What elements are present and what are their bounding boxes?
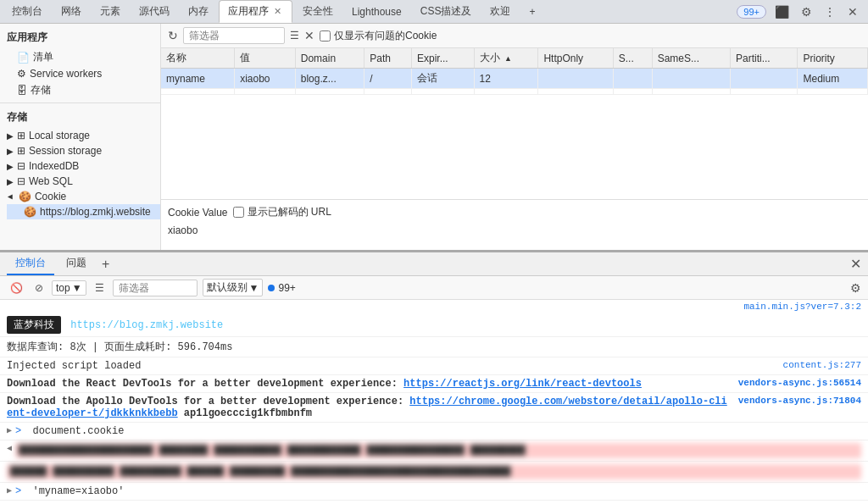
devtools-body: 应用程序 📄 清单 ⚙ Service workers 🗄 存储 存储 ▶ ⊞ …: [0, 24, 868, 504]
react-source[interactable]: vendors-async.js:56514: [738, 378, 861, 388]
tab-memory[interactable]: 内存: [180, 1, 217, 22]
main-source-link[interactable]: main.min.js?ver=7.3:2: [743, 302, 861, 312]
only-problems-checkbox[interactable]: 仅显示有问题的Cookie: [320, 29, 437, 43]
cookie-table-container: 名称 值 Domain Path Expir... 大小 ▲ HttpOnly …: [161, 48, 868, 199]
col-domain[interactable]: Domain: [295, 48, 364, 69]
tab-css[interactable]: CSS描述及: [412, 1, 481, 22]
tab-application-close[interactable]: ✕: [272, 6, 283, 17]
apollo-download-text: Download the Apollo DevTools for a bette…: [7, 396, 409, 407]
blue-dot-icon: [268, 285, 275, 291]
apollo-source[interactable]: vendors-async.js:71804: [738, 396, 861, 406]
app-section-title: 应用程序: [0, 27, 160, 48]
blurred1-arrow[interactable]: ◀: [7, 443, 12, 453]
prompt1-direction: >: [15, 425, 21, 437]
sidebar: 应用程序 📄 清单 ⚙ Service workers 🗄 存储 存储 ▶ ⊞ …: [0, 24, 161, 250]
sidebar-cookie[interactable]: ▼ 🍪 Cookie: [0, 189, 160, 204]
screencast-icon[interactable]: ⬛: [771, 3, 793, 20]
console-line-prompt1: ▶ > document.cookie: [0, 423, 868, 440]
cookie-site-label: https://blog.zmkj.website: [40, 206, 151, 218]
tab-application-label: 应用程序: [228, 4, 269, 19]
cookie-table-body: mynamexiaoboblog.z.../会话12Medium: [161, 69, 868, 95]
cookie-cell-4: 会话: [411, 69, 474, 89]
decode-url-checkbox[interactable]: 显示已解码的 URL: [233, 205, 331, 219]
col-sames[interactable]: SameS...: [652, 48, 730, 69]
cookie-cell-1: [235, 89, 296, 95]
cookie-cell-2: blog.z...: [295, 69, 364, 89]
col-partiti[interactable]: Partiti...: [731, 48, 798, 69]
cookie-cell-6: [538, 89, 613, 95]
sessionstorage-label: Session storage: [29, 145, 102, 157]
sidebar-localstorage[interactable]: ▶ ⊞ Local storage: [0, 128, 160, 143]
sidebar-sessionstorage[interactable]: ▶ ⊞ Session storage: [0, 143, 160, 158]
prompt2-text: 'myname=xiaobo': [32, 485, 124, 497]
tab-welcome[interactable]: 欢迎: [481, 1, 519, 22]
sessionstorage-arrow: ▶: [7, 147, 14, 156]
console-close-button[interactable]: ✕: [850, 256, 861, 272]
tab-console[interactable]: 控制台: [3, 1, 51, 22]
console-settings-button[interactable]: ⚙: [850, 281, 861, 295]
sidebar-indexeddb[interactable]: ▶ ⊟ IndexedDB: [0, 158, 160, 174]
cookie-filter-input[interactable]: [183, 27, 285, 44]
react-link[interactable]: https://reactjs.org/link/react-devtools: [403, 378, 642, 390]
settings-icon[interactable]: ⚙: [798, 3, 815, 20]
filter-icon[interactable]: ☰: [290, 30, 299, 42]
manifest-icon: 📄: [17, 52, 30, 64]
console-tab-add[interactable]: +: [98, 257, 113, 272]
only-problems-input[interactable]: [320, 30, 331, 42]
prompt1-arrow[interactable]: ▶: [7, 425, 12, 435]
col-value[interactable]: 值: [235, 48, 296, 69]
col-priority[interactable]: Priority: [798, 48, 868, 69]
sidebar-cookie-site[interactable]: 🍪 https://blog.zmkj.website: [7, 204, 160, 219]
badge-99[interactable]: 99+: [737, 5, 766, 19]
more-icon[interactable]: ⋮: [821, 3, 839, 20]
console-clear-button[interactable]: 🚫: [7, 280, 26, 296]
site-badge-link[interactable]: https://blog.zmkj.website: [70, 319, 223, 331]
sidebar-websql[interactable]: ▶ ⊟ Web SQL: [0, 174, 160, 189]
prompt2-arrow[interactable]: ▶: [7, 485, 12, 496]
console-line-blurred1: ◀ ██████████████████████ ████████ ██████…: [0, 440, 868, 462]
sidebar-item-manifest[interactable]: 📄 清单: [0, 48, 160, 66]
col-s[interactable]: S...: [613, 48, 652, 69]
prompt2-direction: >: [15, 485, 21, 497]
console-filter-input[interactable]: [113, 280, 198, 296]
websql-icon: ⊟: [17, 175, 25, 187]
col-expiry[interactable]: Expir...: [411, 48, 474, 69]
default-level-select[interactable]: 默认级别 ▼: [203, 279, 264, 296]
col-path[interactable]: Path: [364, 48, 412, 69]
refresh-button[interactable]: ↻: [168, 29, 178, 42]
level-select[interactable]: top ▼: [52, 280, 86, 296]
console-tab-issues[interactable]: 问题: [58, 252, 95, 275]
cookie-icon: 🍪: [19, 191, 31, 202]
cookie-label: Cookie: [35, 191, 66, 202]
col-name[interactable]: 名称: [161, 48, 235, 69]
sidebar-item-serviceworkers[interactable]: ⚙ Service workers: [0, 66, 160, 81]
cookie-value-header: Cookie Value 显示已解码的 URL: [168, 205, 861, 219]
cookie-table-row[interactable]: mynamexiaoboblog.z.../会话12Medium: [161, 69, 868, 89]
tab-add[interactable]: +: [520, 3, 543, 21]
col-size[interactable]: 大小 ▲: [474, 48, 538, 69]
console-pause-button[interactable]: ⊘: [31, 280, 47, 296]
console-filter-icon[interactable]: ☰: [92, 280, 108, 296]
cookie-table-row[interactable]: [161, 89, 868, 95]
tab-sources[interactable]: 源代码: [131, 1, 178, 22]
col-httponly[interactable]: HttpOnly: [538, 48, 613, 69]
tab-elements[interactable]: 元素: [92, 1, 129, 22]
indexeddb-icon: ⊟: [17, 160, 25, 172]
cookie-cell-10: [798, 89, 868, 95]
close-devtools-icon[interactable]: ✕: [844, 3, 861, 20]
cookie-value-text: xiaobo: [168, 223, 861, 238]
decode-url-input[interactable]: [233, 207, 244, 218]
storage-app-icon: 🗄: [17, 85, 27, 97]
localstorage-icon: ⊞: [17, 130, 25, 141]
clear-filter-button[interactable]: ✕: [304, 29, 314, 42]
tab-lighthouse[interactable]: Lighthouse: [343, 3, 410, 21]
cookie-cell-0: myname: [161, 69, 235, 89]
injected-source[interactable]: content.js:277: [783, 360, 861, 370]
tab-application[interactable]: 应用程序 ✕: [219, 0, 292, 23]
console-tab-console[interactable]: 控制台: [7, 252, 54, 275]
cookie-cell-10: Medium: [798, 69, 868, 89]
tab-network[interactable]: 网络: [53, 1, 90, 22]
cookie-cell-2: [295, 89, 364, 95]
sidebar-item-storage-app[interactable]: 🗄 存储: [0, 81, 160, 99]
tab-security[interactable]: 安全性: [294, 1, 342, 22]
